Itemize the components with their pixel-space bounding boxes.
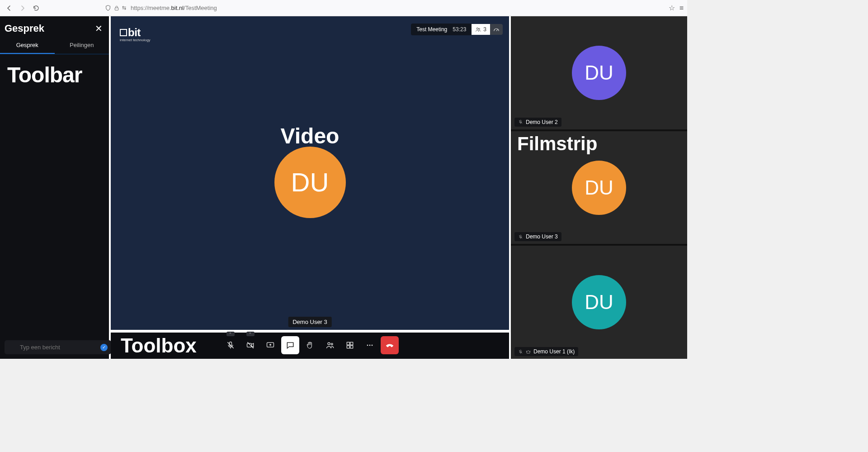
permissions-icon: ⇆: [122, 5, 126, 11]
filmstrip: Filmstrip DU Demo User 2 DU Demo User 3 …: [511, 16, 687, 359]
brand-logo: bit: [120, 26, 141, 39]
chat-toggle[interactable]: [281, 336, 299, 354]
mic-toggle[interactable]: ⌃: [222, 336, 240, 354]
annotation-toolbar: Toolbar: [0, 54, 109, 87]
logo-subtitle: internet technology: [120, 38, 151, 42]
browser-chrome: ⇆ https://meetme.bit.nl/TestMeeting ☆ ≡: [0, 0, 687, 16]
lock-icon: [114, 5, 119, 11]
logo-text: bit: [128, 26, 141, 39]
moderator-icon: [526, 349, 531, 354]
performance-icon[interactable]: [490, 24, 503, 35]
annotation-filmstrip: Filmstrip: [517, 133, 597, 155]
meeting-name: Test Meeting: [416, 26, 447, 33]
participant-name: Demo User 1 (Ik): [533, 348, 575, 355]
participants-badge[interactable]: 3: [472, 24, 490, 35]
participant-tile[interactable]: DU Demo User 1 (Ik): [511, 246, 687, 359]
main-avatar: DU: [274, 147, 346, 218]
chat-tabs: Gesprek Peilingen: [0, 37, 109, 54]
tab-polls[interactable]: Peilingen: [55, 37, 109, 54]
annotation-video: Video: [281, 124, 340, 148]
svg-rect-9: [350, 342, 353, 345]
mic-options-caret[interactable]: ⌃: [226, 332, 235, 336]
avatar: DU: [572, 161, 626, 215]
chat-title: Gesprek: [5, 23, 44, 34]
tile-view-button[interactable]: [341, 336, 359, 354]
close-icon[interactable]: ✕: [95, 23, 103, 34]
svg-point-2: [479, 28, 480, 29]
chat-panel: Gesprek ✕ Gesprek Peilingen Toolbar ☺ ✓: [0, 16, 111, 359]
muted-mic-icon: [518, 119, 523, 124]
svg-point-1: [476, 28, 478, 29]
participant-name: Demo User 3: [526, 233, 558, 240]
reload-button[interactable]: [31, 3, 42, 14]
tab-chat[interactable]: Gesprek: [0, 37, 55, 54]
shield-icon: [105, 5, 111, 11]
more-actions-button[interactable]: [361, 336, 379, 354]
participant-name: Demo User 2: [526, 119, 558, 125]
avatar: DU: [572, 46, 626, 100]
svg-point-12: [367, 345, 368, 346]
muted-mic-icon: [518, 234, 523, 239]
tile-name-badge: Demo User 1 (Ik): [514, 347, 578, 356]
main-video: bit internet technology Test Meeting 53:…: [111, 16, 509, 333]
logo-mark-icon: [120, 29, 127, 36]
svg-rect-0: [115, 8, 118, 10]
meeting-info-bar: Test Meeting 53:23 3: [411, 24, 503, 35]
svg-point-13: [369, 345, 370, 346]
chat-confirm-icon[interactable]: ✓: [100, 344, 108, 351]
meeting-timer: 53:23: [453, 26, 466, 33]
hangup-button[interactable]: [381, 336, 399, 354]
speaker-name: Demo User 3: [288, 317, 332, 327]
svg-point-7: [331, 343, 333, 345]
tile-name-badge: Demo User 2: [514, 118, 561, 127]
menu-icon[interactable]: ≡: [679, 4, 684, 12]
forward-button[interactable]: [17, 3, 28, 14]
url-text: https://meetme.bit.nl/TestMeeting: [131, 5, 217, 11]
participants-icon: [475, 27, 481, 33]
muted-mic-icon: [518, 349, 523, 354]
svg-point-14: [371, 345, 373, 346]
participants-count: 3: [483, 26, 486, 33]
svg-rect-10: [347, 346, 349, 348]
camera-toggle[interactable]: ⌃: [241, 336, 259, 354]
camera-options-caret[interactable]: ⌃: [246, 332, 255, 336]
participants-button[interactable]: [321, 336, 339, 354]
participant-tile[interactable]: DU Demo User 2: [511, 16, 687, 131]
chat-input[interactable]: [5, 340, 111, 354]
address-bar[interactable]: ⇆ https://meetme.bit.nl/TestMeeting: [105, 5, 651, 11]
bookmark-icon[interactable]: ☆: [669, 4, 675, 12]
svg-rect-11: [350, 346, 353, 348]
svg-rect-8: [347, 342, 349, 345]
toolbox-bar: Toolbox ⌃ ⌃: [111, 333, 509, 359]
screenshare-button[interactable]: [261, 336, 279, 354]
raise-hand-button[interactable]: [301, 336, 319, 354]
svg-point-6: [328, 343, 330, 345]
avatar: DU: [572, 275, 626, 329]
annotation-toolbox: Toolbox: [111, 334, 197, 357]
tile-name-badge: Demo User 3: [514, 232, 561, 241]
back-button[interactable]: [4, 3, 14, 14]
